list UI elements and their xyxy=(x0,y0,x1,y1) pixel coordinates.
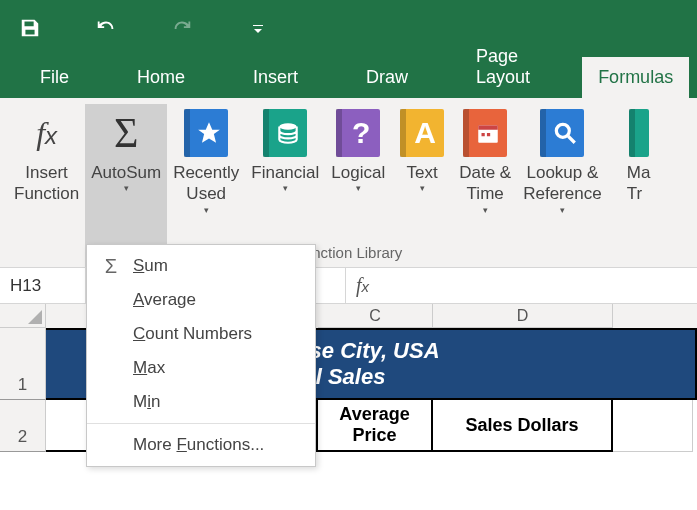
menu-item-more-functions[interactable]: More Functions... xyxy=(87,428,315,462)
chevron-down-icon: ▾ xyxy=(124,183,129,193)
lookup-button[interactable]: Lookup & Reference ▾ xyxy=(517,104,607,267)
autosum-button[interactable]: Σ AutoSum ▾ xyxy=(85,104,167,267)
tab-formulas[interactable]: Formulas xyxy=(582,57,689,98)
autosum-label: AutoSum xyxy=(91,162,161,183)
question-book-icon: ? xyxy=(336,109,380,157)
star-book-icon xyxy=(184,109,228,157)
tab-file[interactable]: File xyxy=(24,57,85,98)
col-header-d[interactable]: D xyxy=(433,304,613,328)
insert-function-button[interactable]: fx Insert Function xyxy=(8,104,85,267)
name-box[interactable]: H13 xyxy=(0,268,86,303)
tab-draw[interactable]: Draw xyxy=(350,57,424,98)
cell-d2[interactable]: Sales Dollars xyxy=(433,400,613,452)
financial-button[interactable]: Financial ▾ xyxy=(245,104,325,267)
chevron-down-icon: ▾ xyxy=(204,205,209,215)
save-button[interactable] xyxy=(12,10,48,46)
text-button[interactable]: A Text ▾ xyxy=(391,104,453,267)
date-time-label: Date & Time xyxy=(459,162,511,205)
recently-used-label: Recently Used xyxy=(173,162,239,205)
row-header-2[interactable]: 2 xyxy=(0,400,46,452)
svg-rect-2 xyxy=(478,125,498,129)
chevron-down-icon: ▾ xyxy=(283,183,288,193)
menu-more-label: More Functions... xyxy=(133,435,264,455)
svg-point-5 xyxy=(557,124,570,137)
ribbon-tabs: File Home Insert Draw Page Layout Formul… xyxy=(0,56,697,98)
menu-item-average[interactable]: Average xyxy=(87,283,315,317)
logical-button[interactable]: ? Logical ▾ xyxy=(325,104,391,267)
coins-book-icon xyxy=(263,109,307,157)
insert-function-label: Insert Function xyxy=(14,162,79,205)
menu-item-count[interactable]: Count Numbers xyxy=(87,317,315,351)
chevron-down-icon: ▾ xyxy=(356,183,361,193)
date-time-button[interactable]: Date & Time ▾ xyxy=(453,104,517,267)
menu-separator xyxy=(87,423,315,424)
recently-used-button[interactable]: Recently Used ▾ xyxy=(167,104,245,267)
row-header-1[interactable]: 1 xyxy=(0,328,46,400)
menu-item-max[interactable]: Max xyxy=(87,351,315,385)
menu-count-label: Count Numbers xyxy=(133,324,252,344)
save-icon xyxy=(19,17,41,39)
theta-book-icon xyxy=(629,109,649,157)
formula-bar[interactable]: fx xyxy=(346,268,697,303)
fx-icon: fx xyxy=(356,274,369,297)
redo-button[interactable] xyxy=(164,10,200,46)
svg-rect-3 xyxy=(482,133,485,136)
lookup-label: Lookup & Reference xyxy=(523,162,601,205)
financial-label: Financial xyxy=(251,162,319,183)
math-trig-button[interactable]: Ma Tr xyxy=(608,104,664,267)
math-label: Ma Tr xyxy=(627,162,651,205)
svg-point-0 xyxy=(280,123,297,130)
menu-average-label: Average xyxy=(133,290,196,310)
tab-insert[interactable]: Insert xyxy=(237,57,314,98)
tab-page-layout[interactable]: Page Layout xyxy=(460,36,546,98)
chevron-down-icon: ▾ xyxy=(560,205,565,215)
cell-e2[interactable] xyxy=(613,400,693,452)
logical-label: Logical xyxy=(331,162,385,183)
text-label: Text xyxy=(407,162,438,183)
undo-button[interactable] xyxy=(88,10,124,46)
text-book-icon: A xyxy=(400,109,444,157)
menu-min-label: Min xyxy=(133,392,160,412)
svg-rect-4 xyxy=(487,133,490,136)
chevron-down-icon: ▾ xyxy=(420,183,425,193)
ribbon: fx Insert Function Σ AutoSum ▾ Recently … xyxy=(0,98,697,268)
col-header-c[interactable]: C xyxy=(318,304,433,328)
sigma-icon: Σ xyxy=(101,108,151,158)
chevron-down-icon xyxy=(252,22,264,34)
sigma-icon: Σ xyxy=(101,255,121,278)
menu-max-label: Max xyxy=(133,358,165,378)
fx-icon: fx xyxy=(22,108,72,158)
calendar-book-icon xyxy=(463,109,507,157)
qat-customize-button[interactable] xyxy=(240,10,276,46)
select-all-corner[interactable] xyxy=(0,304,46,328)
cell-c2[interactable]: Average Price xyxy=(318,400,433,452)
menu-item-min[interactable]: Min xyxy=(87,385,315,419)
quick-access-toolbar xyxy=(0,0,697,56)
chevron-down-icon: ▾ xyxy=(483,205,488,215)
menu-item-sum[interactable]: Σ Sum xyxy=(87,249,315,283)
tab-home[interactable]: Home xyxy=(121,57,201,98)
autosum-menu: Σ Sum Average Count Numbers Max Min More… xyxy=(86,244,316,467)
search-book-icon xyxy=(540,109,584,157)
undo-icon xyxy=(95,17,117,39)
menu-sum-label: Sum xyxy=(133,256,168,276)
redo-icon xyxy=(171,17,193,39)
